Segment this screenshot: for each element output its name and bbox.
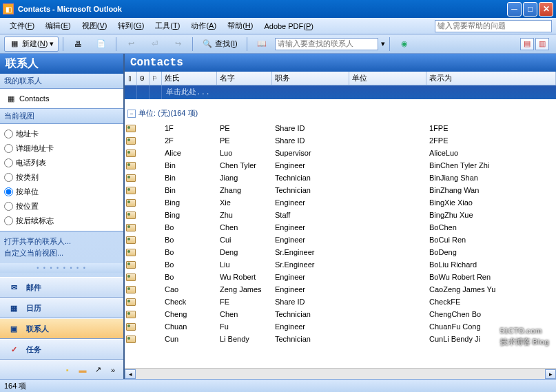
view-option-0[interactable]: 地址卡 [4,127,119,141]
help-search-input[interactable] [435,21,551,30]
col-jobtitle[interactable]: 职务 [272,72,349,85]
contact-row[interactable]: BoCuiEngineerBoCui Ren [125,234,556,246]
contact-row[interactable]: BinJiangTechnicianBinJiang Shan [125,172,556,184]
scroll-right-button[interactable]: ▸ [545,369,556,379]
print-button[interactable]: 🖶 [68,37,88,52]
contact-row[interactable]: 1FPEShare ID1FPE [125,122,556,134]
contact-row[interactable]: ChengChenTechnicianChengChen Bo [125,308,556,320]
help-button[interactable]: ◉ [394,37,415,52]
collapse-icon[interactable]: − [127,110,136,118]
reply-all-button[interactable]: ⏎ [144,37,165,52]
contact-row[interactable]: BinZhangTechnicianBinZhang Wan [125,184,556,196]
view-option-1[interactable]: 详细地址卡 [4,141,119,156]
menu-help[interactable]: 帮助(H) [222,19,258,33]
menu-tools[interactable]: 工具(T) [150,19,185,33]
grid-body[interactable]: − 单位: (无)(164 项) 1FPEShare ID1FPE2FPESha… [125,99,556,368]
cell-lastname: Bo [162,235,217,245]
contact-row[interactable]: BingZhuStaffBingZhu Xue [125,209,556,221]
contact-search-input[interactable] [276,39,378,48]
contact-row[interactable]: BoLiuSr.EngineerBoLiu Richard [125,258,556,271]
notes-icon[interactable]: ▪ [61,364,74,376]
menu-edit[interactable]: 编辑(E) [40,19,76,33]
find-button[interactable]: 🔍 查找(I) [197,37,242,52]
view-radio[interactable] [4,130,13,138]
address-book-button[interactable]: 📖 [251,37,272,52]
contact-row[interactable]: CunLi BendyTechnicianCunLi Bendy Ji [125,333,556,345]
horizontal-scrollbar[interactable]: ◂ ▸ [125,368,556,379]
menu-file[interactable]: 文件(F) [4,19,40,33]
nav-mail-button[interactable]: ✉ 邮件 [0,277,123,298]
contact-row[interactable]: 2FPEShare ID2FPE [125,134,556,147]
view-radio[interactable] [4,216,13,225]
search-dropdown-icon[interactable]: ▾ [381,39,385,48]
new-button[interactable]: ▦ 新建(N) ▾ [4,37,59,52]
contact-search-box[interactable] [275,38,378,50]
nav-gripper[interactable]: • • • • • • • • [0,263,123,273]
cell-jobtitle: Engineer [272,161,349,170]
col-icon[interactable]: ▯ [125,72,137,85]
contact-row[interactable]: BoWu RobertEngineerBoWu Robert Ren [125,271,556,283]
group-row[interactable]: − 单位: (无)(164 项) [125,105,556,122]
view-option-4[interactable]: 按单位 [4,185,119,199]
menu-adobe-pdf[interactable]: Adobe PDF(P) [258,20,319,32]
print-preview-button[interactable]: 📄 [91,37,112,52]
col-lastname[interactable]: 姓氏 [162,72,217,85]
menu-actions[interactable]: 动作(A) [185,19,222,33]
view-option-5[interactable]: 按位置 [4,199,119,214]
cell-lastname: Alice [162,148,217,158]
nav-calendar-button[interactable]: ▦ 日历 [0,298,123,318]
new-item-row[interactable]: 单击此处... [125,85,556,99]
nav-contacts-button[interactable]: ▣ 联系人 [0,318,123,339]
pdf-attach-button[interactable]: ▥ [535,38,549,50]
view-radio[interactable] [4,173,13,182]
contact-row[interactable]: ChuanFuEngineerChuanFu Cong [125,320,556,333]
forward-button[interactable]: ↪ [167,37,188,52]
reply-button[interactable]: ↩ [121,37,141,52]
view-option-3[interactable]: 按类别 [4,170,119,185]
scroll-left-button[interactable]: ◂ [125,369,136,379]
view-radio[interactable] [4,144,13,153]
contact-card-icon [125,323,137,331]
contact-row[interactable]: CheckFEShare IDCheckFE [125,296,556,308]
contact-row[interactable]: CaoZeng JamesEngineerCaoZeng James Yu [125,283,556,296]
shortcuts-icon[interactable]: ↗ [92,364,104,376]
dropdown-arrow-icon: ▾ [50,39,54,48]
close-button[interactable]: ✕ [539,2,553,17]
contacts-folder-icon: ▦ [6,93,17,104]
cell-company [349,152,426,154]
view-radio[interactable] [4,187,13,196]
contacts-folder[interactable]: ▦ Contacts [4,92,119,105]
customize-view-link[interactable]: 自定义当前视图... [4,247,119,259]
col-flag[interactable]: 0 [137,72,150,85]
help-search-box[interactable] [435,20,552,32]
cell-jobtitle: Technician [272,309,349,319]
view-radio[interactable] [4,202,13,211]
contact-row[interactable]: BinChen TylerEngineerBinChen Tyler Zhi [125,159,556,172]
col-firstname[interactable]: 名字 [217,72,272,85]
folder-icon[interactable]: ▬ [76,364,89,376]
nav-tasks-button[interactable]: ✓ 任务 [0,339,123,360]
open-shared-contacts-link[interactable]: 打开共享的联系人... [4,236,119,247]
configure-buttons-icon[interactable]: » [107,364,119,376]
cell-company [349,276,426,278]
cell-company [349,326,426,327]
menu-view[interactable]: 视图(V) [76,19,113,33]
contact-row[interactable]: AliceLuoSupervisorAliceLuo [125,147,556,159]
maximize-button[interactable]: □ [523,2,537,17]
minimize-button[interactable]: ─ [507,2,522,17]
col-displayas[interactable]: 表示为 [426,72,556,85]
menu-goto[interactable]: 转到(G) [112,19,150,33]
cell-firstname: Cui [217,235,272,245]
view-radio[interactable] [4,158,13,167]
cell-company [349,214,426,216]
contact-row[interactable]: BoDengSr.EngineerBoDeng [125,246,556,258]
col-company[interactable]: 单位 [349,72,426,85]
cell-lastname: Bing [162,198,217,207]
contact-row[interactable]: BoChenEngineerBoChen [125,221,556,234]
view-option-2[interactable]: 电话列表 [4,156,119,170]
pdf-export-button[interactable]: ▤ [520,38,534,50]
contact-row[interactable]: BingXieEngineerBingXie Xiao [125,196,556,209]
col-attach[interactable]: ⚐ [150,72,162,85]
cell-company [349,140,426,141]
view-option-6[interactable]: 按后续标志 [4,214,119,228]
